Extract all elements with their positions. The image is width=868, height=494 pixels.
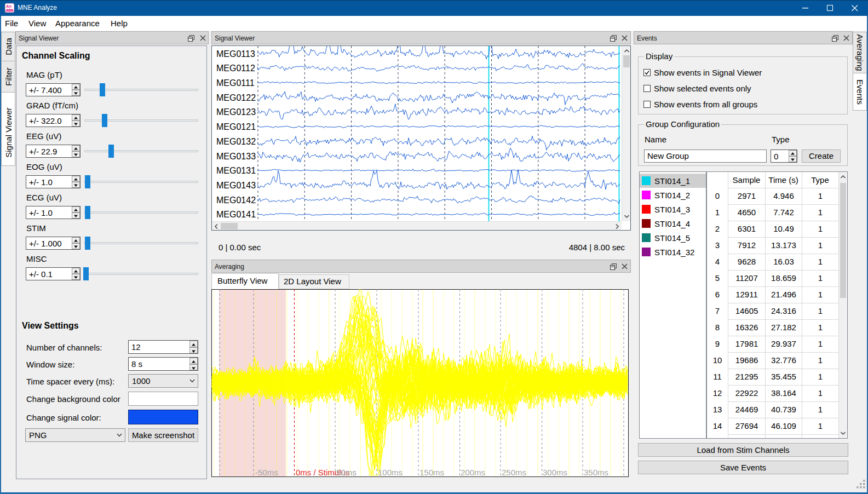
svg-text:An: An xyxy=(6,4,12,9)
